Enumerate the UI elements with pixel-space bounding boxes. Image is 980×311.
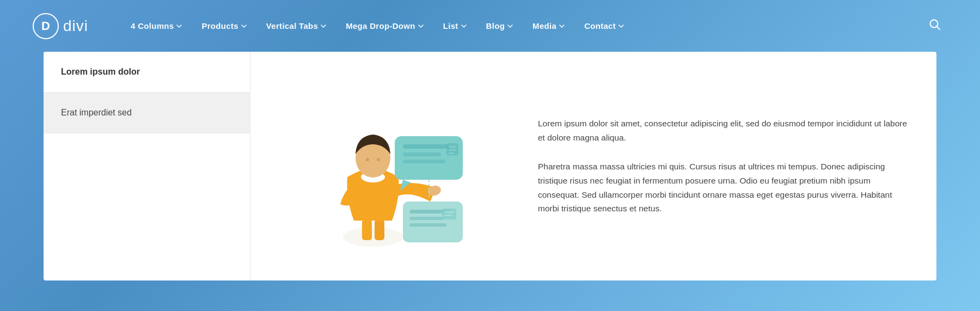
chevron-down-icon <box>559 23 565 29</box>
logo-circle: D <box>33 13 59 39</box>
svg-rect-10 <box>395 136 463 180</box>
svg-line-1 <box>937 26 940 29</box>
svg-rect-22 <box>409 223 446 227</box>
paragraph-1: Lorem ipsum dolor sit amet, consectetur … <box>538 117 910 144</box>
main-nav: 4 Columns Products Vertical Tabs Mega Dr… <box>121 17 922 35</box>
svg-rect-3 <box>362 219 372 240</box>
sidebar: Lorem ipsum dolor Erat imperdiet sed <box>44 52 250 280</box>
nav-item-list[interactable]: List <box>433 17 476 35</box>
sidebar-item-lorem[interactable]: Lorem ipsum dolor <box>44 52 250 93</box>
search-icon <box>929 19 941 31</box>
nav-item-products[interactable]: Products <box>192 17 256 35</box>
svg-point-8 <box>377 158 380 161</box>
chevron-down-icon <box>241 23 247 29</box>
main-content: Lorem ipsum dolor Erat imperdiet sed <box>44 52 936 280</box>
header: D divi 4 Columns Products Vertical Tabs … <box>0 0 980 52</box>
nav-item-media[interactable]: Media <box>523 17 574 35</box>
svg-point-7 <box>366 158 369 161</box>
search-button[interactable] <box>922 14 947 38</box>
chevron-down-icon <box>176 23 182 29</box>
svg-rect-24 <box>444 211 454 213</box>
nav-item-mega-dropdown[interactable]: Mega Drop-Down <box>336 17 433 35</box>
svg-rect-4 <box>375 219 384 240</box>
svg-rect-25 <box>444 215 452 216</box>
chevron-down-icon <box>461 23 467 29</box>
sidebar-item-erat[interactable]: Erat imperdiet sed <box>44 93 250 133</box>
svg-rect-12 <box>403 153 441 156</box>
logo-letter: D <box>41 19 50 33</box>
svg-rect-13 <box>403 160 445 163</box>
svg-rect-23 <box>442 209 456 219</box>
svg-rect-16 <box>449 149 456 151</box>
nav-item-vertical-tabs[interactable]: Vertical Tabs <box>256 17 336 35</box>
svg-point-2 <box>343 227 403 247</box>
logo[interactable]: D divi <box>33 13 88 39</box>
svg-rect-19 <box>403 202 463 242</box>
nav-item-4columns[interactable]: 4 Columns <box>121 17 192 35</box>
chevron-down-icon <box>321 23 326 29</box>
nav-item-contact[interactable]: Contact <box>574 17 634 35</box>
illustration-area <box>250 52 512 280</box>
svg-rect-11 <box>403 144 449 149</box>
text-content: Lorem ipsum dolor sit amet, consectetur … <box>512 52 936 280</box>
svg-rect-15 <box>449 146 456 148</box>
paragraph-2: Pharetra massa massa ultricies mi quis. … <box>538 160 910 215</box>
illustration <box>289 74 474 259</box>
chevron-down-icon <box>618 23 624 29</box>
chevron-down-icon <box>418 23 424 29</box>
svg-rect-21 <box>409 217 443 220</box>
chevron-down-icon <box>507 23 513 29</box>
logo-name: divi <box>63 17 88 35</box>
nav-item-blog[interactable]: Blog <box>476 17 523 35</box>
svg-rect-17 <box>449 153 454 154</box>
